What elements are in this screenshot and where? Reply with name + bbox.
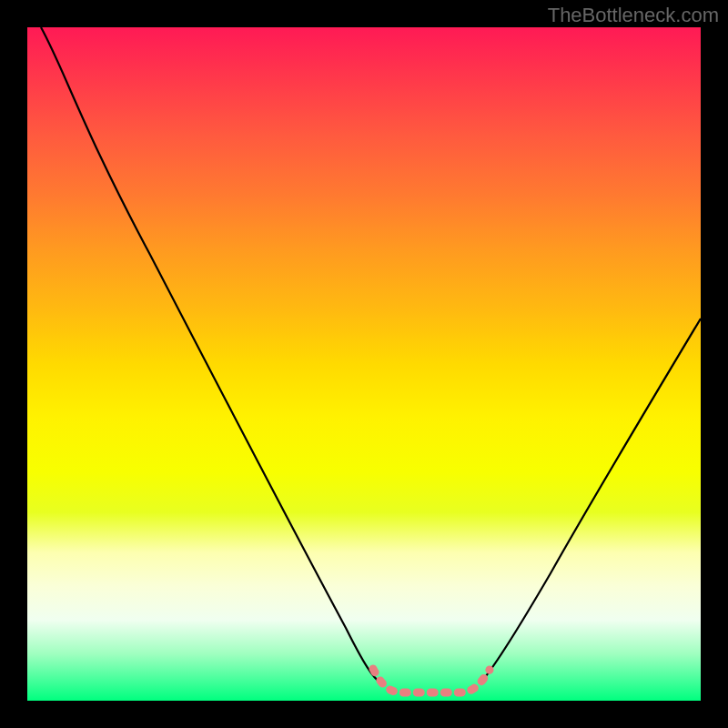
curve-right bbox=[482, 318, 701, 681]
watermark-text: TheBottleneck.com bbox=[548, 4, 719, 27]
chart-svg bbox=[27, 27, 701, 701]
curve-left bbox=[41, 27, 380, 682]
chart-frame: TheBottleneck.com bbox=[0, 0, 728, 728]
highlight-bottom bbox=[373, 669, 490, 693]
